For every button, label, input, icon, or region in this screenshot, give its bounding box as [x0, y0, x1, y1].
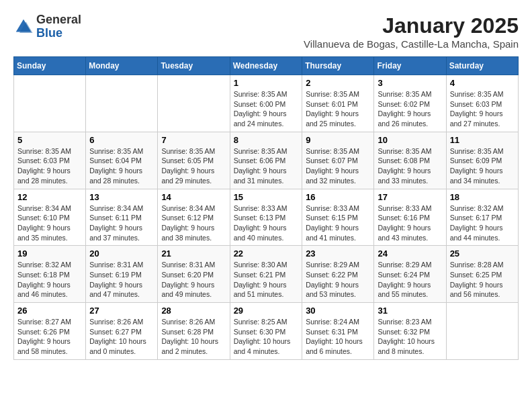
calendar-cell: [446, 303, 518, 360]
day-info: Sunrise: 8:33 AMSunset: 6:15 PMDaylight:…: [306, 203, 370, 243]
day-number: 21: [161, 248, 226, 259]
day-info: Sunrise: 8:34 AMSunset: 6:12 PMDaylight:…: [161, 203, 226, 243]
weekday-header-sunday: Sunday: [14, 57, 86, 75]
day-info: Sunrise: 8:35 AMSunset: 6:09 PMDaylight:…: [450, 146, 515, 186]
day-number: 31: [378, 306, 442, 316]
day-number: 8: [234, 135, 299, 145]
location-title: Villanueva de Bogas, Castille-La Mancha,…: [304, 38, 519, 50]
logo-text: General Blue: [36, 13, 81, 40]
day-info: Sunrise: 8:24 AMSunset: 6:31 PMDaylight:…: [306, 317, 370, 357]
day-info: Sunrise: 8:34 AMSunset: 6:11 PMDaylight:…: [89, 203, 154, 243]
calendar-cell: 24Sunrise: 8:29 AMSunset: 6:24 PMDayligh…: [374, 246, 446, 303]
day-number: 3: [378, 78, 442, 88]
day-info: Sunrise: 8:26 AMSunset: 6:28 PMDaylight:…: [161, 317, 226, 357]
logo-icon: [13, 17, 34, 37]
day-number: 19: [17, 248, 82, 259]
weekday-header-tuesday: Tuesday: [158, 57, 230, 75]
day-number: 7: [161, 135, 226, 145]
day-info: Sunrise: 8:31 AMSunset: 6:20 PMDaylight:…: [161, 260, 226, 300]
weekday-header-monday: Monday: [86, 57, 158, 75]
day-info: Sunrise: 8:31 AMSunset: 6:19 PMDaylight:…: [89, 260, 154, 300]
calendar-cell: 26Sunrise: 8:27 AMSunset: 6:26 PMDayligh…: [14, 303, 86, 360]
day-info: Sunrise: 8:33 AMSunset: 6:13 PMDaylight:…: [234, 203, 299, 243]
day-number: 22: [234, 248, 299, 259]
calendar-cell: 7Sunrise: 8:35 AMSunset: 6:05 PMDaylight…: [158, 132, 230, 189]
logo: General Blue: [13, 13, 81, 40]
calendar-week-row: 5Sunrise: 8:35 AMSunset: 6:03 PMDaylight…: [14, 132, 519, 189]
day-info: Sunrise: 8:35 AMSunset: 6:04 PMDaylight:…: [89, 146, 154, 186]
weekday-header-friday: Friday: [374, 57, 446, 75]
calendar-week-row: 1Sunrise: 8:35 AMSunset: 6:00 PMDaylight…: [14, 75, 519, 132]
calendar-cell: 29Sunrise: 8:25 AMSunset: 6:30 PMDayligh…: [230, 303, 302, 360]
day-info: Sunrise: 8:26 AMSunset: 6:27 PMDaylight:…: [89, 317, 154, 357]
calendar-week-row: 26Sunrise: 8:27 AMSunset: 6:26 PMDayligh…: [14, 303, 519, 360]
day-number: 20: [89, 248, 154, 259]
day-info: Sunrise: 8:29 AMSunset: 6:22 PMDaylight:…: [306, 260, 370, 300]
day-number: 14: [161, 192, 226, 202]
day-number: 10: [378, 135, 442, 145]
calendar-cell: 23Sunrise: 8:29 AMSunset: 6:22 PMDayligh…: [302, 246, 374, 303]
calendar-cell: 12Sunrise: 8:34 AMSunset: 6:10 PMDayligh…: [14, 189, 86, 246]
weekday-header-wednesday: Wednesday: [230, 57, 302, 75]
day-number: 16: [306, 192, 370, 202]
calendar-cell: 3Sunrise: 8:35 AMSunset: 6:02 PMDaylight…: [374, 75, 446, 132]
day-number: 30: [306, 306, 370, 316]
calendar-cell: [14, 75, 86, 132]
logo-blue: Blue: [36, 26, 62, 40]
calendar-cell: 17Sunrise: 8:33 AMSunset: 6:16 PMDayligh…: [374, 189, 446, 246]
calendar-cell: 13Sunrise: 8:34 AMSunset: 6:11 PMDayligh…: [86, 189, 158, 246]
calendar-cell: 4Sunrise: 8:35 AMSunset: 6:03 PMDaylight…: [446, 75, 518, 132]
calendar-cell: 2Sunrise: 8:35 AMSunset: 6:01 PMDaylight…: [302, 75, 374, 132]
weekday-header-row: SundayMondayTuesdayWednesdayThursdayFrid…: [14, 57, 519, 75]
day-number: 28: [161, 306, 226, 316]
calendar-cell: 9Sunrise: 8:35 AMSunset: 6:07 PMDaylight…: [302, 132, 374, 189]
calendar-cell: 25Sunrise: 8:28 AMSunset: 6:25 PMDayligh…: [446, 246, 518, 303]
day-info: Sunrise: 8:35 AMSunset: 6:01 PMDaylight:…: [306, 89, 370, 129]
day-info: Sunrise: 8:35 AMSunset: 6:03 PMDaylight:…: [450, 89, 515, 129]
day-number: 11: [450, 135, 515, 145]
day-info: Sunrise: 8:23 AMSunset: 6:32 PMDaylight:…: [378, 317, 442, 357]
day-number: 5: [17, 135, 82, 145]
calendar-cell: 31Sunrise: 8:23 AMSunset: 6:32 PMDayligh…: [374, 303, 446, 360]
calendar-table: SundayMondayTuesdayWednesdayThursdayFrid…: [13, 56, 519, 360]
day-info: Sunrise: 8:29 AMSunset: 6:24 PMDaylight:…: [378, 260, 442, 300]
day-info: Sunrise: 8:32 AMSunset: 6:18 PMDaylight:…: [17, 260, 82, 300]
day-info: Sunrise: 8:32 AMSunset: 6:17 PMDaylight:…: [450, 203, 515, 243]
month-title: January 2025: [304, 13, 519, 38]
calendar-cell: 19Sunrise: 8:32 AMSunset: 6:18 PMDayligh…: [14, 246, 86, 303]
calendar-cell: 28Sunrise: 8:26 AMSunset: 6:28 PMDayligh…: [158, 303, 230, 360]
calendar-cell: 21Sunrise: 8:31 AMSunset: 6:20 PMDayligh…: [158, 246, 230, 303]
day-info: Sunrise: 8:35 AMSunset: 6:02 PMDaylight:…: [378, 89, 442, 129]
day-number: 24: [378, 248, 442, 259]
calendar-cell: 6Sunrise: 8:35 AMSunset: 6:04 PMDaylight…: [86, 132, 158, 189]
day-info: Sunrise: 8:27 AMSunset: 6:26 PMDaylight:…: [17, 317, 82, 357]
day-info: Sunrise: 8:35 AMSunset: 6:00 PMDaylight:…: [234, 89, 299, 129]
day-info: Sunrise: 8:33 AMSunset: 6:16 PMDaylight:…: [378, 203, 442, 243]
calendar-week-row: 12Sunrise: 8:34 AMSunset: 6:10 PMDayligh…: [14, 189, 519, 246]
calendar-cell: 8Sunrise: 8:35 AMSunset: 6:06 PMDaylight…: [230, 132, 302, 189]
day-number: 29: [234, 306, 299, 316]
calendar-cell: 16Sunrise: 8:33 AMSunset: 6:15 PMDayligh…: [302, 189, 374, 246]
calendar-cell: 1Sunrise: 8:35 AMSunset: 6:00 PMDaylight…: [230, 75, 302, 132]
day-number: 17: [378, 192, 442, 202]
day-info: Sunrise: 8:30 AMSunset: 6:21 PMDaylight:…: [234, 260, 299, 300]
day-number: 12: [17, 192, 82, 202]
day-number: 26: [17, 306, 82, 316]
day-info: Sunrise: 8:25 AMSunset: 6:30 PMDaylight:…: [234, 317, 299, 357]
calendar-cell: 14Sunrise: 8:34 AMSunset: 6:12 PMDayligh…: [158, 189, 230, 246]
calendar-cell: 10Sunrise: 8:35 AMSunset: 6:08 PMDayligh…: [374, 132, 446, 189]
day-number: 15: [234, 192, 299, 202]
logo-general: General: [36, 13, 81, 26]
day-number: 25: [450, 248, 515, 259]
day-info: Sunrise: 8:28 AMSunset: 6:25 PMDaylight:…: [450, 260, 515, 300]
calendar-cell: 22Sunrise: 8:30 AMSunset: 6:21 PMDayligh…: [230, 246, 302, 303]
calendar-cell: 27Sunrise: 8:26 AMSunset: 6:27 PMDayligh…: [86, 303, 158, 360]
day-info: Sunrise: 8:35 AMSunset: 6:05 PMDaylight:…: [161, 146, 226, 186]
day-info: Sunrise: 8:34 AMSunset: 6:10 PMDaylight:…: [17, 203, 82, 243]
calendar-cell: [86, 75, 158, 132]
day-number: 27: [89, 306, 154, 316]
title-block: January 2025 Villanueva de Bogas, Castil…: [304, 13, 519, 50]
day-number: 2: [306, 78, 370, 88]
calendar-cell: [158, 75, 230, 132]
calendar-cell: 30Sunrise: 8:24 AMSunset: 6:31 PMDayligh…: [302, 303, 374, 360]
